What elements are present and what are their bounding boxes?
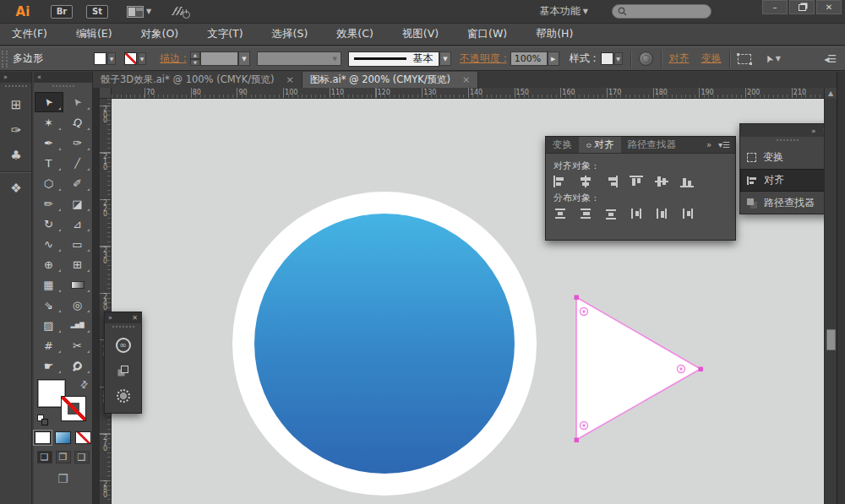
collapse-dock-icon[interactable]: » xyxy=(811,127,816,135)
right-dock-grip[interactable] xyxy=(777,139,799,144)
stroke-width-field[interactable] xyxy=(200,51,238,66)
cs-live-icon[interactable] xyxy=(172,5,190,19)
horizontal-ruler[interactable]: 7080901001101201301401501601701801902002… xyxy=(112,88,824,99)
symbols-panel-icon[interactable]: ♣ xyxy=(0,143,32,168)
layers-panel-icon[interactable]: ❖ xyxy=(0,176,32,201)
dist-v-bottom[interactable] xyxy=(604,208,619,220)
bridge-button[interactable]: Br xyxy=(51,5,73,19)
color-button[interactable] xyxy=(35,431,51,444)
dist-h-center[interactable] xyxy=(655,208,670,220)
dock-item[interactable]: 路径查找器 xyxy=(740,192,834,214)
style-caret-icon[interactable]: ▼ xyxy=(614,52,623,65)
symbol-screener-icon[interactable] xyxy=(105,383,141,409)
collapse-panel-icon[interactable]: » xyxy=(706,140,711,149)
pen-tool[interactable]: ✒ xyxy=(35,133,63,153)
menu-item[interactable]: 选择(S) xyxy=(272,27,308,41)
blend-tool[interactable]: ◎ xyxy=(63,295,92,315)
isolate-selection-caret-icon[interactable]: ▼ xyxy=(776,55,781,62)
bounding-box-icon[interactable] xyxy=(738,54,751,64)
menu-item[interactable]: 文字(T) xyxy=(207,27,243,41)
direct-selection-tool[interactable]: ➤ xyxy=(63,92,92,112)
ruler-corner[interactable] xyxy=(100,88,112,99)
dock-item[interactable]: 变换 xyxy=(740,146,834,169)
stroke-width-stepper[interactable]: ▲▼ xyxy=(190,51,200,66)
shape-builder-tool[interactable]: ⊕ xyxy=(35,254,63,274)
workspace-switcher[interactable]: 基本功能 ▼ xyxy=(540,4,588,19)
close-button[interactable]: ✕ xyxy=(816,0,842,14)
panel-tab[interactable]: 变换 xyxy=(546,137,579,153)
menu-item[interactable]: 帮助(H) xyxy=(536,27,573,41)
tab-close-icon[interactable]: × xyxy=(462,74,470,85)
control-bar-grip[interactable] xyxy=(2,51,8,68)
type-tool[interactable]: T xyxy=(35,153,63,173)
mini-panel-grip[interactable] xyxy=(112,326,134,331)
stroke-proxy-swatch[interactable] xyxy=(61,396,86,421)
expand-mini-panel-icon[interactable]: » xyxy=(108,314,112,322)
brushes-panel-icon[interactable]: ✑ xyxy=(0,117,32,143)
panel-tab[interactable]: 对齐 xyxy=(579,137,621,153)
stroke-color-swatch[interactable] xyxy=(124,52,137,65)
selection-tool[interactable]: ➤ xyxy=(35,92,63,112)
variable-width-profile-select[interactable]: ▼ xyxy=(257,51,341,66)
draw-normal-icon[interactable]: ❏ xyxy=(37,451,52,463)
pencil-tool[interactable]: ✏ xyxy=(35,193,63,214)
column-graph-tool[interactable]: ▂▅▇ xyxy=(63,315,92,335)
shape-tool[interactable]: ⬡ xyxy=(35,173,63,193)
mesh-tool[interactable]: ▦ xyxy=(35,274,63,295)
curvature-tool[interactable]: ✑ xyxy=(63,133,92,153)
rotate-tool[interactable]: ↻ xyxy=(35,214,63,234)
opacity-field[interactable]: 100% xyxy=(510,51,548,66)
dist-h-left[interactable] xyxy=(630,208,645,220)
close-mini-panel-icon[interactable]: ✕ xyxy=(132,314,138,322)
opacity-link[interactable]: 不透明度 : xyxy=(460,51,507,66)
fill-color-swatch[interactable] xyxy=(94,52,106,65)
draw-behind-icon[interactable]: ❐ xyxy=(56,451,71,463)
slice-tool[interactable]: ✂ xyxy=(63,335,92,355)
panel-menu-icon[interactable]: ▾☰ xyxy=(718,140,730,149)
eyedropper-tool[interactable]: ⇘ xyxy=(35,295,63,315)
dock-item[interactable]: 对齐 xyxy=(740,169,834,192)
brush-definition-select[interactable]: 基本 xyxy=(348,51,439,67)
align-bottom[interactable] xyxy=(680,176,695,188)
expand-panels-icon[interactable]: » xyxy=(3,73,7,81)
align-v-center[interactable] xyxy=(655,176,670,188)
none-button[interactable] xyxy=(75,431,91,444)
stroke-width-caret-icon[interactable]: ▼ xyxy=(238,51,250,66)
vertical-scrollbar[interactable]: ▲ xyxy=(824,88,837,504)
hand-tool[interactable]: ☛ xyxy=(35,355,63,376)
brush-definition-caret-icon[interactable]: ▼ xyxy=(439,51,451,66)
opacity-caret-icon[interactable]: ▶ xyxy=(548,51,559,66)
fill-color-caret-icon[interactable]: ▼ xyxy=(107,52,116,65)
document-setup-icon[interactable] xyxy=(639,51,653,66)
dist-v-center[interactable] xyxy=(579,208,594,220)
zoom-tool[interactable]: Ϙ xyxy=(63,355,92,376)
vertical-ruler[interactable]: 200210220230240250260270280 xyxy=(100,99,112,504)
width-tool[interactable]: ∿ xyxy=(35,234,63,254)
dist-h-right[interactable] xyxy=(680,208,695,220)
symbol-sprayer-tool[interactable]: ▨ xyxy=(35,315,63,335)
magic-wand-tool[interactable]: ✶ xyxy=(35,112,63,133)
style-swatch[interactable] xyxy=(601,52,613,65)
align-right[interactable] xyxy=(604,176,619,188)
document-tab[interactable]: 图标.ai* @ 200% (CMYK/预览) × xyxy=(303,72,479,88)
restore-button[interactable] xyxy=(789,0,815,14)
dist-v-top[interactable] xyxy=(553,208,569,220)
stock-button[interactable]: St xyxy=(86,5,108,19)
screen-mode-icon[interactable]: ❐ xyxy=(54,472,73,485)
isolate-selection-icon[interactable]: ➤ xyxy=(761,52,776,65)
dock-grip[interactable] xyxy=(5,85,27,90)
draw-inside-icon[interactable]: ❑ xyxy=(74,451,90,463)
tab-close-icon[interactable]: × xyxy=(286,74,294,85)
align-top[interactable] xyxy=(630,176,645,188)
panel-tab[interactable]: 路径查找器 xyxy=(621,137,684,153)
artboard-tool[interactable]: # xyxy=(35,335,63,355)
collapse-tools-icon[interactable]: « xyxy=(37,73,41,81)
eraser-tool[interactable]: ◪ xyxy=(63,193,92,214)
artboards-panel-icon[interactable]: ⊞ xyxy=(0,92,32,117)
gradient-button[interactable] xyxy=(55,431,71,444)
free-transform-tool[interactable]: ▭ xyxy=(63,234,92,254)
document-tab[interactable]: 骰子3D效果.ai* @ 100% (CMYK/预览) × xyxy=(93,72,303,88)
gradient-tool[interactable] xyxy=(63,274,92,295)
menu-item[interactable]: 文件(F) xyxy=(12,27,47,41)
menu-item[interactable]: 窗口(W) xyxy=(467,27,507,41)
